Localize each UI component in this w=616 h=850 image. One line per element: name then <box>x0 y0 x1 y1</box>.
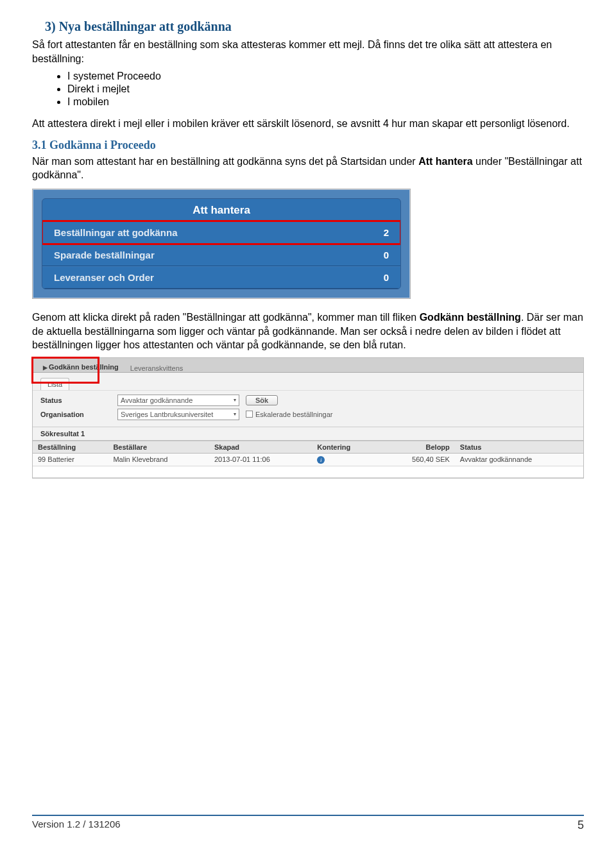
screenshot-godkann-bestallning: ▶Godkänn beställning Leveranskvittens Li… <box>32 357 584 479</box>
tab-godkann-bestallning[interactable]: ▶Godkänn beställning <box>39 362 123 372</box>
password-note: Att attestera direkt i mejl eller i mobi… <box>32 117 584 131</box>
page-number: 5 <box>578 819 584 832</box>
col-skapad[interactable]: Skapad <box>209 441 312 453</box>
label-status: Status <box>40 396 111 404</box>
page-footer: Version 1.2 / 131206 5 <box>32 815 584 832</box>
list-item: Direkt i mejlet <box>67 83 584 95</box>
proceedo-paragraph: När man som attestant har en beställning… <box>32 155 584 182</box>
orders-table: Beställning Beställare Skapad Kontering … <box>33 441 583 478</box>
row-count: 0 <box>384 250 389 260</box>
arrow-icon: ▶ <box>43 364 47 371</box>
chevron-down-icon: ▾ <box>234 411 236 417</box>
row-bestallningar-att-godkanna[interactable]: Beställningar att godkänna 2 <box>42 221 400 244</box>
table-row[interactable]: 99 Batterier Malin Klevebrand 2013-07-01… <box>33 453 583 466</box>
col-bestallare[interactable]: Beställare <box>108 441 209 453</box>
footer-version: Version 1.2 / 131206 <box>32 819 121 832</box>
row-count: 2 <box>384 227 389 238</box>
table-row-empty <box>33 466 583 477</box>
cell-skapad: 2013-07-01 11:06 <box>209 453 312 466</box>
panel-title: Att hantera <box>42 199 400 221</box>
cell-belopp: 560,40 SEK <box>380 453 455 466</box>
col-kontering[interactable]: Kontering <box>312 441 380 453</box>
select-status[interactable]: Avvaktar godkännande▾ <box>117 395 239 406</box>
heading-section-3: 3) Nya beställningar att godkänna <box>32 19 584 34</box>
cell-kontering: i <box>312 453 380 466</box>
col-status[interactable]: Status <box>455 441 583 453</box>
subtab-lista[interactable]: Lista <box>40 378 69 390</box>
filter-area: Status Avvaktar godkännande▾ Sök Organis… <box>33 391 583 427</box>
row-sparade-bestallningar[interactable]: Sparade beställningar 0 <box>42 244 400 266</box>
label-organisation: Organisation <box>40 411 111 418</box>
row-label: Leveranser och Order <box>54 272 154 283</box>
list-item: I systemet Proceedo <box>67 71 584 82</box>
checkbox-escalated[interactable]: Eskalerade beställningar <box>246 411 332 418</box>
chevron-down-icon: ▾ <box>234 397 236 403</box>
attest-methods-list: I systemet Proceedo Direkt i mejlet I mo… <box>67 71 584 108</box>
select-organisation[interactable]: Sveriges Lantbruksuniversitet▾ <box>117 409 239 420</box>
row-leveranser-och-order[interactable]: Leveranser och Order 0 <box>42 266 400 289</box>
att-hantera-panel: Att hantera Beställningar att godkänna 2… <box>42 198 401 289</box>
cell-bestallning: 99 Batterier <box>33 453 108 466</box>
explanation-paragraph: Genom att klicka direkt på raden "Bestäl… <box>32 310 584 352</box>
row-count: 0 <box>384 272 389 283</box>
tab-bar: ▶Godkänn beställning Leveranskvittens <box>33 358 583 373</box>
search-result-count: Sökresultat 1 <box>33 427 583 441</box>
list-item: I mobilen <box>67 96 584 108</box>
row-label: Beställningar att godkänna <box>54 227 178 238</box>
col-belopp[interactable]: Belopp <box>380 441 455 453</box>
search-button[interactable]: Sök <box>246 395 278 405</box>
cell-status: Avvaktar godkännande <box>455 453 583 466</box>
screenshot-att-hantera: Att hantera Beställningar att godkänna 2… <box>32 189 411 299</box>
cell-bestallare: Malin Klevebrand <box>108 453 209 466</box>
info-icon[interactable]: i <box>317 456 325 464</box>
row-label: Sparade beställningar <box>54 250 155 260</box>
tab-leveranskvittens[interactable]: Leveranskvittens <box>130 364 184 372</box>
intro-paragraph: Så fort attestanten får en beställning s… <box>32 38 584 65</box>
col-bestallning[interactable]: Beställning <box>33 441 108 453</box>
heading-3-1: 3.1 Godkänna i Proceedo <box>32 139 584 152</box>
checkbox-icon <box>246 411 253 418</box>
